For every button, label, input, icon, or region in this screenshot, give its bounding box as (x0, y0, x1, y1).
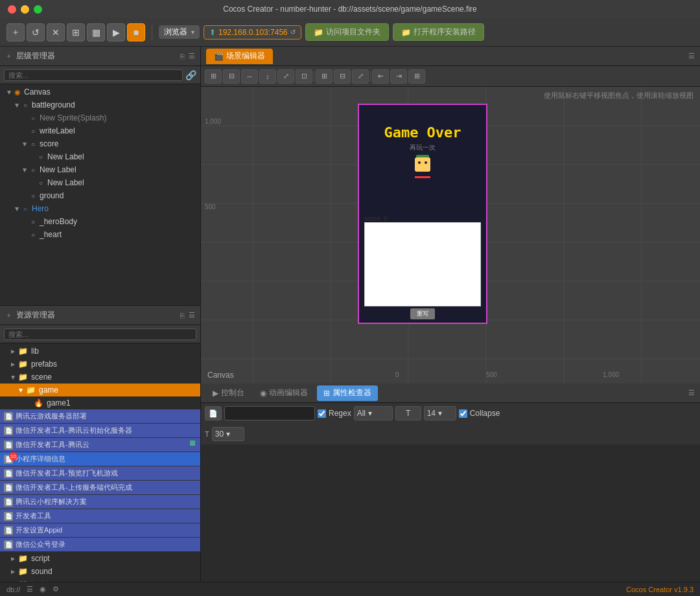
tree-item-new-label-1[interactable]: ○ New Label (0, 150, 200, 163)
status-icon-2[interactable]: ◉ (40, 585, 46, 593)
tree-item-hero[interactable]: ▶ ○ Hero (0, 202, 200, 215)
assets-search-input[interactable] (4, 328, 196, 340)
tree-item-herobody[interactable]: ○ _heroBody (0, 215, 200, 228)
inspector-tab[interactable]: ⊞ 属性检查器 (317, 385, 378, 401)
score-expand-arrow[interactable]: ▶ (22, 140, 28, 148)
refresh-button[interactable]: ↺ (27, 23, 45, 41)
tree-item-new-sprite[interactable]: ○ New Sprite(Splash) (0, 111, 200, 124)
scene-tb-10[interactable]: ⇤ (372, 69, 389, 84)
inspector-collapse-checkbox[interactable] (459, 409, 467, 418)
notif-item-10[interactable]: 📄 微信公众号登录 (0, 538, 200, 552)
inspector-regex-checkbox[interactable] (318, 409, 326, 418)
scene-menu-icon[interactable]: ☰ (688, 52, 695, 60)
replay-button[interactable]: 重写 (410, 308, 435, 319)
build-button[interactable]: ▦ (87, 23, 105, 41)
scene-tb-2[interactable]: ⊟ (223, 69, 240, 84)
browser-bar[interactable]: 浏览器 ▾ (159, 25, 200, 39)
asset-item-script[interactable]: ▶ 📁 script (0, 552, 200, 565)
inspector-text-field[interactable] (224, 406, 315, 420)
close-button[interactable] (8, 5, 16, 14)
inspector-doc-icon[interactable]: 📄 (205, 406, 222, 420)
status-icon-1[interactable]: ☰ (27, 585, 33, 593)
notif-item-9[interactable]: 📄 开发设置Appid (0, 523, 200, 538)
scene-tb-6[interactable]: ⊡ (296, 69, 312, 84)
tree-item-ground[interactable]: ○ ground (0, 189, 200, 202)
hierarchy-link-button[interactable]: 🔗 (185, 70, 196, 80)
hierarchy-search-input[interactable] (4, 69, 183, 81)
asset-item-textures[interactable]: ▶ 📁 textures (0, 578, 200, 582)
scene-tb-11[interactable]: ⇥ (390, 69, 407, 84)
notif-6-icon: 📄 (4, 483, 13, 492)
asset-item-game1[interactable]: 🔥 game1 (0, 396, 200, 409)
scene-tb-7[interactable]: ⊞ (316, 69, 332, 84)
notif-item-2[interactable]: 📄 微信开发者工具-腾讯云初始化服务器 (0, 424, 200, 438)
notif-item-7[interactable]: 📄 腾讯云小程序解决方案 (0, 495, 200, 509)
tree-item-battleground[interactable]: ▶ ○ battleground (0, 98, 200, 111)
textures-arrow[interactable]: ▶ (9, 582, 17, 582)
scene-tb-12[interactable]: ⊞ (408, 69, 425, 84)
scene-tb-3[interactable]: ↔ (241, 69, 258, 84)
notif-item-4[interactable]: 📄 10 小程序详细信息 (0, 452, 200, 466)
notif-item-1[interactable]: 📄 腾讯云游戏服务器部署 (0, 409, 200, 424)
notif-item-5[interactable]: 📄 微信开发者工具-预览打飞机游戏 (0, 466, 200, 481)
asset-item-lib[interactable]: ▶ 📁 lib (0, 345, 200, 358)
asset-item-sound[interactable]: ▶ 📁 sound (0, 565, 200, 578)
db-label[interactable]: db:// (6, 586, 20, 593)
scene-tb-9[interactable]: ⤢ (352, 69, 369, 84)
tree-item-canvas[interactable]: ▶ ◉ Canvas (0, 86, 200, 98)
scene-tb-5[interactable]: ⤢ (277, 69, 294, 84)
tree-item-heart[interactable]: ○ _heart (0, 228, 200, 241)
hierarchy-add-icon[interactable]: ＋ (5, 51, 12, 61)
assets-add-icon[interactable]: ＋ (5, 310, 12, 320)
scene-canvas[interactable]: 1,000 500 00 0 500 1,000 1,500 -500 使用鼠标… (201, 87, 700, 384)
open-install-button[interactable]: 📁 打开程序安装路径 (393, 23, 484, 41)
play-button[interactable]: ▶ (107, 23, 125, 41)
console-tab[interactable]: ▶ 控制台 (206, 385, 251, 401)
lib-arrow[interactable]: ▶ (9, 349, 17, 354)
duplicate-button[interactable]: ⊞ (67, 23, 85, 41)
stop-button[interactable]: ■ (127, 23, 145, 41)
notif-item-3[interactable]: 📄 微信开发者工具-腾讯云 (0, 438, 200, 452)
maximize-button[interactable] (34, 5, 42, 14)
canvas-expand-arrow[interactable]: ▶ (6, 88, 12, 96)
hierarchy-copy-icon[interactable]: ⎘ (180, 52, 185, 60)
inspector-fontsize-select[interactable]: 14 ▾ (424, 406, 456, 420)
inspector-menu-icon[interactable]: ☰ (688, 389, 695, 397)
tree-item-new-label-3[interactable]: ○ New Label (0, 176, 200, 189)
script-arrow[interactable]: ▶ (9, 556, 17, 562)
animation-tab[interactable]: ◉ 动画编辑器 (253, 385, 314, 401)
cut-button[interactable]: ✕ (47, 23, 65, 41)
minimize-button[interactable] (21, 5, 29, 14)
game-arrow[interactable]: ▶ (18, 386, 24, 394)
tree-item-write-label[interactable]: ○ writeLabel (0, 124, 200, 137)
assets-menu-icon[interactable]: ☰ (189, 311, 195, 319)
scene-tb-8[interactable]: ⊟ (334, 69, 351, 84)
scene-tb-1[interactable]: ⊞ (205, 69, 222, 84)
scene-arrow[interactable]: ▶ (10, 373, 16, 381)
textures-label: textures (31, 580, 59, 582)
asset-item-scene[interactable]: ▶ 📁 scene (0, 371, 200, 384)
inspector-all-select[interactable]: All ▾ (354, 406, 393, 420)
tree-item-score[interactable]: ▶ ○ score (0, 137, 200, 150)
tree-item-new-label-2[interactable]: ▶ ○ New Label (0, 163, 200, 176)
visit-folder-button[interactable]: 📁 访问项目文件夹 (305, 23, 389, 41)
hero-expand-arrow[interactable]: ▶ (14, 205, 20, 212)
status-icon-3[interactable]: ⚙ (52, 585, 59, 593)
inspector-row2-select[interactable]: 30 ▾ (212, 427, 244, 441)
asset-item-game[interactable]: ▶ 📁 game (0, 384, 200, 396)
add-node-button[interactable]: ＋ (6, 23, 25, 41)
assets-copy-icon[interactable]: ⎘ (180, 312, 185, 319)
sound-arrow[interactable]: ▶ (9, 569, 17, 575)
notif-item-6[interactable]: 📄 微信开发者工具-上传服务端代码完成 (0, 481, 200, 495)
battleground-expand-arrow[interactable]: ▶ (14, 101, 20, 109)
scene-editor-tab[interactable]: 🎬 场景编辑器 (206, 49, 273, 64)
new-label-2-arrow[interactable]: ▶ (22, 166, 28, 174)
asset-item-prefabs[interactable]: ▶ 📁 prefabs (0, 358, 200, 371)
scene-tb-4[interactable]: ↕ (259, 69, 276, 84)
assets-title: 资源管理器 (16, 310, 176, 321)
play-again-text: 再玩一次 (359, 143, 486, 152)
notif-1-icon: 📄 (4, 412, 13, 421)
notif-item-8[interactable]: 📄 开发者工具 (0, 509, 200, 523)
hierarchy-menu-icon[interactable]: ☰ (189, 52, 195, 60)
prefabs-arrow[interactable]: ▶ (9, 361, 17, 367)
